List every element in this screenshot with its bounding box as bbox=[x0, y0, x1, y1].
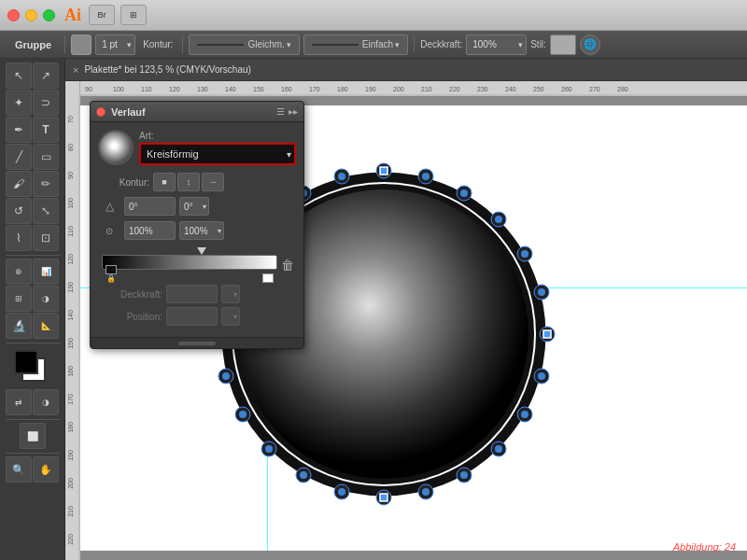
line-style-1[interactable]: Gleichm. ▾ bbox=[189, 35, 299, 55]
kontur-dropdown[interactable]: 1 pt bbox=[95, 35, 135, 55]
horizontal-ruler-bar: 90 100 110 120 130 140 150 160 170 180 1… bbox=[65, 81, 747, 96]
position-mini-select[interactable] bbox=[221, 307, 240, 326]
screen-mode-btn[interactable]: ⬜ bbox=[20, 423, 46, 449]
svg-point-76 bbox=[521, 411, 529, 418]
stroke-btn-1[interactable]: ■ bbox=[153, 173, 176, 191]
gradient-tool[interactable]: ◑ bbox=[33, 286, 59, 312]
paintbrush-tool[interactable]: 🖌 bbox=[6, 171, 32, 197]
svg-text:250: 250 bbox=[533, 86, 544, 92]
hand-tool[interactable]: ✋ bbox=[33, 456, 59, 483]
panel-body: Art: Linear Kreisförmig bbox=[91, 122, 303, 337]
svg-text:110: 110 bbox=[141, 86, 152, 92]
globe-button[interactable]: 🌐 bbox=[580, 35, 600, 55]
text-tool[interactable]: T bbox=[33, 117, 59, 143]
gleichm-label: Gleichm. bbox=[247, 39, 284, 49]
svg-rect-22 bbox=[65, 96, 80, 560]
stroke-btn-3[interactable]: → bbox=[202, 173, 224, 191]
svg-text:90: 90 bbox=[67, 172, 74, 179]
line-tool[interactable]: ╱ bbox=[6, 144, 32, 170]
svg-text:70: 70 bbox=[67, 116, 74, 123]
br-icon[interactable]: Br bbox=[89, 5, 115, 25]
scale-input[interactable] bbox=[124, 221, 176, 240]
doc-close-btn[interactable]: × bbox=[73, 64, 78, 76]
tool-row-3: ✒ T bbox=[6, 117, 59, 143]
rotate-tool[interactable]: ↺ bbox=[6, 198, 32, 224]
shape-tool[interactable]: ▭ bbox=[33, 144, 59, 170]
panel-close-btn[interactable] bbox=[96, 107, 106, 117]
doc-tab: × Plakette* bei 123,5 % (CMYK/Vorschau) bbox=[65, 59, 747, 81]
art-select[interactable]: Linear Kreisförmig bbox=[139, 143, 296, 165]
traffic-lights bbox=[7, 9, 55, 21]
panel-expand-btn[interactable]: ▸▸ bbox=[289, 106, 298, 117]
tool-row-9: ⊞ ◑ bbox=[6, 286, 59, 312]
eyedropper-tool[interactable]: 🔬 bbox=[6, 313, 32, 339]
grad-type-area: Art: Linear Kreisförmig bbox=[139, 131, 296, 165]
deckkraft-mini-select[interactable] bbox=[221, 285, 240, 303]
scale-tool[interactable]: ⤡ bbox=[33, 198, 59, 224]
grad-stop-black[interactable]: 🔒 bbox=[106, 265, 117, 283]
svg-point-77 bbox=[495, 445, 502, 453]
deckkraft-row: Deckkraft: bbox=[98, 285, 296, 303]
mesh-tool[interactable]: ⊞ bbox=[6, 286, 32, 312]
grad-stop-white[interactable] bbox=[262, 273, 274, 283]
svg-text:100: 100 bbox=[113, 86, 124, 92]
lasso-tool[interactable]: ⊃ bbox=[33, 90, 59, 116]
sep1 bbox=[64, 36, 65, 53]
foreground-color-box[interactable] bbox=[14, 350, 38, 374]
stil-box[interactable] bbox=[550, 35, 576, 55]
line-style-2[interactable]: Einfach ▾ bbox=[303, 35, 408, 55]
position-field-label: Position: bbox=[102, 312, 162, 322]
svg-text:80: 80 bbox=[67, 144, 74, 151]
svg-point-70 bbox=[460, 189, 468, 197]
deckkraft-select[interactable]: 100% bbox=[466, 35, 527, 55]
grid-icon[interactable]: ⊞ bbox=[120, 5, 147, 25]
pen-tool[interactable]: ✒ bbox=[6, 117, 32, 143]
default-colors-btn[interactable]: ◑ bbox=[33, 389, 59, 415]
art-select-wrap: Linear Kreisförmig bbox=[139, 143, 296, 165]
measure-tool[interactable]: 📐 bbox=[33, 313, 59, 339]
minimize-button[interactable] bbox=[25, 9, 37, 21]
position-row: Position: bbox=[98, 307, 296, 326]
pencil-tool[interactable]: ✏ bbox=[33, 171, 59, 197]
panel-bottom-bar bbox=[91, 337, 303, 348]
panel-resize-handle[interactable] bbox=[178, 342, 216, 345]
kontur-row: Kontur: ■ ↕ → bbox=[98, 173, 296, 191]
grad-preview-circle[interactable] bbox=[98, 130, 134, 165]
graph-tool[interactable]: 📊 bbox=[33, 259, 59, 285]
svg-text:150: 150 bbox=[67, 338, 74, 349]
panel-menu-btn[interactable]: ☰ bbox=[276, 106, 285, 117]
svg-text:100: 100 bbox=[67, 198, 74, 209]
deckkraft-label: Deckkraft: bbox=[420, 39, 462, 49]
svg-point-75 bbox=[538, 372, 545, 380]
close-button[interactable] bbox=[7, 9, 20, 21]
tool-row-6: ↺ ⤡ bbox=[6, 198, 59, 224]
symbol-tool[interactable]: ⊕ bbox=[6, 259, 32, 285]
swap-colors-btn[interactable]: ⇄ bbox=[6, 389, 32, 415]
angle-select[interactable]: 0° bbox=[179, 197, 209, 216]
gleichm-arrow: ▾ bbox=[287, 40, 291, 49]
svg-text:130: 130 bbox=[197, 86, 208, 92]
scale-select-wrap: 100% bbox=[179, 221, 224, 240]
maximize-button[interactable] bbox=[43, 9, 55, 21]
gradient-bar[interactable] bbox=[102, 255, 277, 270]
free-transform-tool[interactable]: ⊡ bbox=[33, 225, 59, 251]
stroke-btn-2[interactable]: ↕ bbox=[177, 173, 200, 191]
position-input[interactable] bbox=[166, 307, 218, 326]
grad-top-stop[interactable] bbox=[197, 247, 206, 255]
svg-text:140: 140 bbox=[67, 310, 74, 321]
direct-select-tool[interactable]: ↗ bbox=[33, 63, 59, 89]
deckkraft-input[interactable] bbox=[166, 285, 218, 303]
title-icons: Br ⊞ bbox=[89, 5, 147, 25]
scale-select[interactable]: 100% bbox=[179, 221, 224, 240]
canvas[interactable]: Verlauf ☰ ▸▸ Art: bbox=[80, 96, 747, 560]
magic-wand-tool[interactable]: ✦ bbox=[6, 90, 32, 116]
zoom-tool[interactable]: 🔍 bbox=[6, 456, 32, 483]
warp-tool[interactable]: ⌇ bbox=[6, 225, 32, 251]
gruppe-label: Gruppe bbox=[7, 36, 59, 53]
svg-text:220: 220 bbox=[67, 534, 74, 545]
angle-input[interactable] bbox=[124, 197, 176, 216]
tool-row-4: ╱ ▭ bbox=[6, 144, 59, 170]
delete-stop-btn[interactable]: 🗑 bbox=[281, 258, 294, 273]
fill-color-box[interactable] bbox=[71, 35, 92, 55]
select-tool[interactable]: ↖ bbox=[6, 63, 32, 89]
